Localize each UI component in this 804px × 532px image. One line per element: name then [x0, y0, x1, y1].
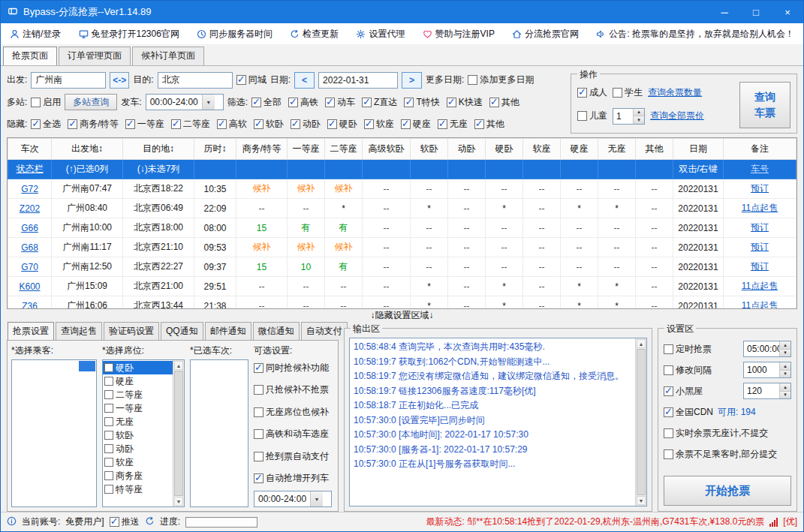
multi-station-enable-checkbox[interactable]: 启用 — [31, 96, 61, 109]
settings-checkbox-3[interactable]: 全国CDN — [664, 406, 713, 419]
column-header-9[interactable]: 动卧 — [448, 139, 486, 160]
chevron-down-icon[interactable]: ▾ — [202, 95, 215, 110]
student-checkbox[interactable]: 学生 — [613, 86, 643, 99]
column-header-16[interactable]: 备注 — [724, 139, 796, 160]
note-link[interactable]: 预订 — [724, 218, 796, 238]
chevron-down-icon[interactable]: ▾ — [310, 491, 323, 506]
column-header-4[interactable]: 商务/特等 — [236, 139, 288, 160]
hide-checkbox-10[interactable]: 无座 — [438, 118, 468, 131]
column-header-7[interactable]: 高级软卧 — [363, 139, 411, 160]
settings-checkbox-0[interactable]: 定时抢票 — [664, 343, 712, 356]
column-header-1[interactable]: 出发地↕ — [52, 139, 123, 160]
tab-waitlist-order-page[interactable]: 候补订单页面 — [132, 47, 204, 65]
note-link[interactable]: 预订 — [724, 257, 796, 277]
spinner-down-icon[interactable]: ▾ — [780, 370, 790, 378]
tab-grab-page[interactable]: 抢票页面 — [3, 47, 57, 65]
train-number-link[interactable]: Z36 — [8, 296, 52, 310]
seat-item[interactable]: 硬卧 — [103, 361, 173, 374]
spinner-up-icon[interactable]: ▴ — [780, 341, 790, 349]
scrollbar-thumb[interactable] — [637, 349, 646, 495]
settings-spinner[interactable]: 05:00:00▴▾ — [743, 341, 791, 357]
maximize-button[interactable]: □ — [740, 1, 772, 23]
note-link[interactable]: 预订 — [724, 179, 796, 199]
spinner-arrows[interactable]: ▴▾ — [779, 383, 790, 398]
child-count-spinner[interactable]: 1 ▴▾ — [613, 108, 645, 125]
menu-item-set-proxy[interactable]: 设置代理 — [356, 28, 405, 41]
spinner-up-icon[interactable]: ▴ — [780, 383, 790, 391]
seat-item[interactable]: 商务座 — [103, 469, 173, 482]
spinner-value[interactable]: 05:00:00 — [744, 341, 779, 356]
train-row[interactable]: Z202广州08:40北京西06:4922:09----*--*--*--**-… — [8, 199, 796, 218]
note-link[interactable]: 预订 — [724, 238, 796, 257]
hide-checkbox-7[interactable]: 硬卧 — [327, 118, 357, 131]
hide-checkbox-4[interactable]: 高软 — [217, 118, 247, 131]
child-count-value[interactable]: 1 — [613, 109, 633, 124]
option-checkbox-0[interactable]: 同时抢候补功能 — [254, 362, 334, 374]
seat-item[interactable]: 二等座 — [103, 388, 173, 401]
column-header-11[interactable]: 软座 — [523, 139, 561, 160]
spinner-value[interactable]: 1000 — [744, 362, 779, 377]
option-checkbox-5[interactable]: 自动抢增开列车 — [254, 472, 334, 485]
output-scrollbar[interactable]: ▲ ▼ — [635, 338, 646, 506]
spinner-down-icon[interactable]: ▾ — [780, 391, 790, 399]
filter-checkbox-4[interactable]: T特快 — [404, 96, 439, 109]
tab-qq-notify[interactable]: QQ通知 — [161, 322, 203, 341]
train-row[interactable]: G70广州南12:50北京西22:2709:371510有-----------… — [8, 257, 796, 277]
settings-checkbox-5[interactable]: 余票不足乘客时,部分提交 — [664, 448, 777, 461]
spinner-arrows[interactable]: ▴▾ — [633, 109, 644, 124]
hide-checkbox-8[interactable]: 软座 — [364, 118, 394, 131]
tab-order-manage-page[interactable]: 订单管理页面 — [59, 47, 131, 65]
tab-grab-settings[interactable]: 抢票设置 — [8, 322, 54, 341]
seat-item[interactable]: 动卧 — [103, 442, 173, 455]
column-header-0[interactable]: 车次 — [8, 139, 52, 160]
status-row-label[interactable]: 状态栏 — [8, 160, 52, 179]
seat-item[interactable]: 软卧 — [103, 428, 173, 442]
settings-checkbox-1[interactable]: 修改间隔 — [664, 364, 712, 377]
adult-checkbox[interactable]: 成人 — [577, 86, 607, 99]
dest-input[interactable]: 北京 — [158, 72, 233, 89]
option-checkbox-4[interactable]: 抢到票自动支付 — [254, 450, 334, 463]
seat-list[interactable]: 硬卧硬座二等座一等座无座软卧动卧软座商务座特等座 ▲ ▼ — [102, 359, 185, 507]
column-header-3[interactable]: 历时↕ — [194, 139, 236, 160]
column-header-13[interactable]: 无座 — [598, 139, 636, 160]
filter-checkbox-0[interactable]: 全部 — [251, 96, 282, 109]
menu-item-open-12306[interactable]: 免登录打开12306官网 — [79, 28, 179, 41]
spinner-arrows[interactable]: ▴▾ — [779, 341, 790, 356]
hide-checkbox-9[interactable]: 硬座 — [401, 118, 431, 131]
option-checkbox-1[interactable]: 只抢候补不抢票 — [254, 383, 334, 396]
query-tickets-button[interactable]: 查询车票 — [739, 82, 790, 128]
scroll-up-icon[interactable]: ▲ — [174, 361, 183, 370]
spinner-down-icon[interactable]: ▾ — [634, 116, 644, 124]
filter-checkbox-2[interactable]: 动车 — [325, 96, 355, 109]
tab-captcha-settings[interactable]: 验证码设置 — [104, 322, 159, 341]
scroll-down-icon[interactable]: ▼ — [174, 497, 183, 506]
selected-trains-list[interactable] — [190, 359, 248, 507]
hide-checkbox-0[interactable]: 全选 — [31, 118, 61, 131]
output-log[interactable]: 10:58:48:4 查询完毕，本次查询共用时:435毫秒.10:58:19:7… — [349, 338, 647, 506]
note-link[interactable]: 11点起售 — [724, 199, 796, 218]
menu-item-official-site[interactable]: 分流抢票官网 — [512, 28, 579, 41]
tab-mail-notify[interactable]: 邮件通知 — [205, 322, 251, 341]
child-checkbox[interactable]: 儿童 — [577, 110, 607, 122]
column-header-6[interactable]: 二等座 — [325, 139, 363, 160]
date-input[interactable]: 2022-01-31 — [318, 72, 398, 89]
column-header-10[interactable]: 硬卧 — [486, 139, 523, 160]
status-row-trainno-link[interactable]: 车号 — [724, 160, 796, 179]
train-number-link[interactable]: G66 — [8, 218, 52, 238]
hide-checkbox-11[interactable]: 其他 — [474, 118, 504, 131]
depart-input[interactable]: 广州南 — [31, 72, 106, 89]
spinner-arrows[interactable]: ▴▾ — [779, 362, 790, 377]
query-remaining-link[interactable]: 查询余票数量 — [648, 86, 702, 99]
grab-time-range-select[interactable]: 00:00-24:00 ▾ — [254, 491, 332, 507]
filter-checkbox-3[interactable]: Z直达 — [362, 96, 397, 109]
train-number-link[interactable]: Z202 — [8, 199, 52, 218]
spinner-value[interactable]: 120 — [744, 383, 779, 398]
train-number-link[interactable]: K600 — [8, 277, 52, 296]
column-header-5[interactable]: 一等座 — [288, 139, 325, 160]
train-number-link[interactable]: G72 — [8, 179, 52, 199]
spinner-down-icon[interactable]: ▾ — [780, 349, 790, 357]
note-link[interactable]: 11点起售 — [724, 277, 796, 296]
menu-item-announcement[interactable]: 公告: 抢票靠的是坚持，放弃就是给别人机会！ — [596, 28, 794, 41]
filter-checkbox-6[interactable]: 其他 — [489, 96, 519, 109]
train-number-link[interactable]: G68 — [8, 238, 52, 257]
